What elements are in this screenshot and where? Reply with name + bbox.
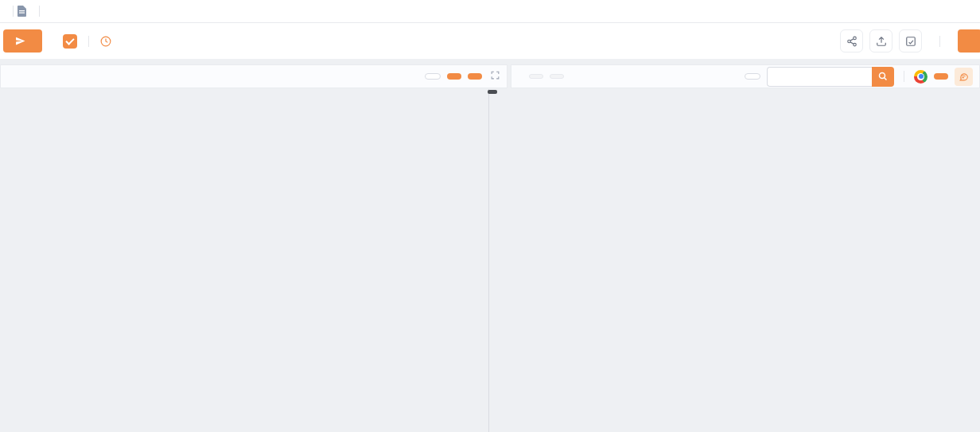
tab-bar <box>0 0 980 23</box>
fullscreen-icon[interactable] <box>490 69 500 84</box>
document-icon <box>17 6 27 17</box>
export-icon <box>876 36 887 47</box>
request-code <box>0 89 508 91</box>
share-button[interactable] <box>840 29 863 53</box>
packet-scan-button[interactable] <box>425 73 441 80</box>
locate-response-search <box>767 67 894 87</box>
generate-yaml-button[interactable] <box>958 29 980 53</box>
search-button[interactable] <box>872 67 894 87</box>
size-time-badge <box>550 74 564 79</box>
tab-wf-6[interactable] <box>14 0 39 22</box>
request-panel <box>0 64 508 432</box>
scrollbar-thumb[interactable] <box>488 90 497 94</box>
comment-button[interactable] <box>955 68 973 86</box>
response-code <box>511 89 980 91</box>
tab-wf-5[interactable] <box>2 0 13 22</box>
details-button[interactable] <box>934 73 948 80</box>
history-button[interactable] <box>100 36 115 47</box>
tab-divider <box>39 6 40 17</box>
response-header <box>511 64 980 88</box>
force-https-checkbox[interactable] <box>63 34 77 49</box>
hot-reload-button[interactable] <box>447 73 461 80</box>
search-icon <box>878 72 888 81</box>
response-panel <box>511 64 980 432</box>
send-request-button[interactable] <box>3 29 42 53</box>
edit-note-button[interactable] <box>899 29 922 53</box>
clock-icon <box>100 36 111 47</box>
toolbar <box>0 23 980 59</box>
share-icon <box>846 36 858 47</box>
construct-request-button[interactable] <box>468 73 482 80</box>
main-area <box>0 64 980 432</box>
export-button[interactable] <box>869 29 892 53</box>
request-editor[interactable] <box>0 89 508 432</box>
force-https-toggle <box>56 34 77 49</box>
toolbar-divider <box>939 36 940 47</box>
protocol-badge <box>529 74 543 79</box>
minimap[interactable] <box>939 91 977 432</box>
beautify-button[interactable] <box>745 73 760 80</box>
toolbar-divider <box>88 36 89 47</box>
search-input[interactable] <box>767 67 872 87</box>
open-in-browser-icon[interactable] <box>914 70 928 84</box>
edit-icon <box>905 36 916 47</box>
request-header <box>0 64 508 88</box>
response-editor[interactable] <box>511 89 980 432</box>
scrollbar-track <box>488 89 489 432</box>
chat-icon <box>959 72 969 82</box>
header-divider <box>904 71 904 82</box>
send-icon <box>15 36 25 46</box>
